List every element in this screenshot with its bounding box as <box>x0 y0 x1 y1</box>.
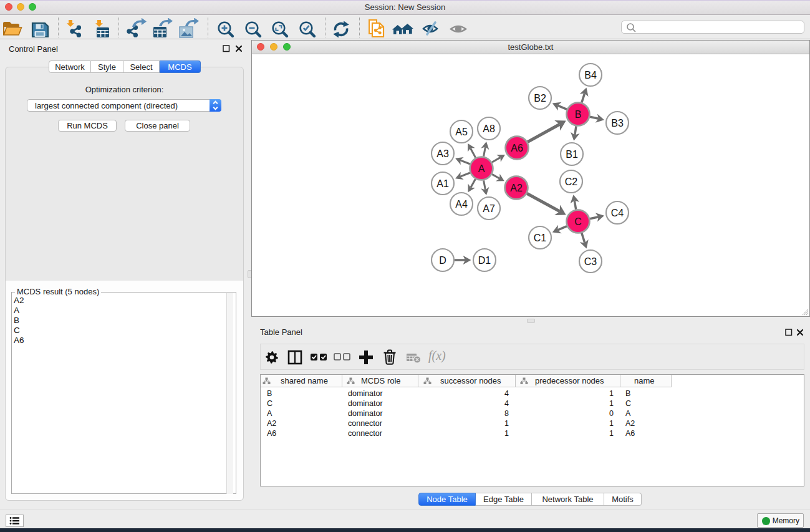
svg-text:B: B <box>575 109 582 120</box>
svg-text:C4: C4 <box>611 208 624 218</box>
svg-text:C2: C2 <box>565 177 578 187</box>
svg-text:A8: A8 <box>483 123 495 134</box>
svg-text:A7: A7 <box>483 203 495 214</box>
svg-text:B3: B3 <box>611 118 624 128</box>
svg-text:C3: C3 <box>584 256 597 267</box>
svg-text:A2: A2 <box>510 183 523 193</box>
svg-text:B4: B4 <box>584 70 597 80</box>
svg-text:D1: D1 <box>478 255 491 266</box>
svg-text:A4: A4 <box>455 199 468 210</box>
svg-text:A3: A3 <box>436 148 449 159</box>
svg-text:B2: B2 <box>534 93 546 104</box>
svg-text:A: A <box>478 163 485 174</box>
svg-text:A6: A6 <box>511 143 523 153</box>
svg-text:C: C <box>574 216 582 227</box>
svg-text:C1: C1 <box>534 233 547 243</box>
svg-text:A5: A5 <box>455 127 468 137</box>
svg-text:B1: B1 <box>566 149 578 160</box>
svg-text:A1: A1 <box>436 178 449 189</box>
svg-text:D: D <box>439 255 446 266</box>
